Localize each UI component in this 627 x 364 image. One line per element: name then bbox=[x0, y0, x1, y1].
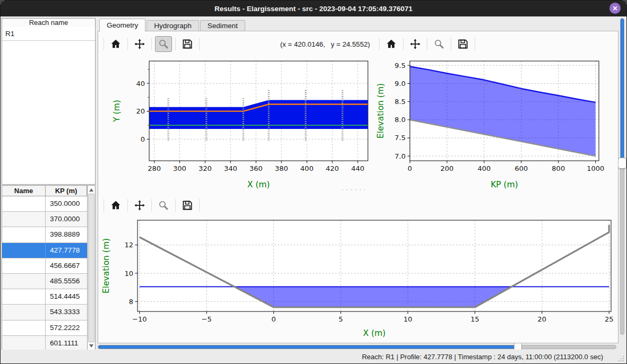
splitter-handle[interactable]: ······ bbox=[341, 185, 368, 193]
cell-kp[interactable]: 601.1111 bbox=[46, 336, 87, 350]
titlebar[interactable]: Results - Elargissement - src - 2023-09-… bbox=[1, 1, 626, 16]
close-button[interactable]: ✕ bbox=[609, 3, 621, 14]
zoom-icon bbox=[158, 200, 169, 211]
long-profile-panel: 020040060080010007.07.58.08.59.09.5KP (m… bbox=[376, 33, 616, 193]
svg-text:400: 400 bbox=[477, 164, 491, 172]
cell-kp[interactable]: 398.8889 bbox=[46, 227, 87, 242]
toolbar-separator bbox=[151, 199, 152, 212]
reach-list[interactable]: R1 bbox=[2, 27, 96, 185]
cell-name[interactable] bbox=[2, 227, 46, 242]
cell-name[interactable] bbox=[2, 212, 46, 227]
table-row[interactable]: 485.5556 bbox=[2, 274, 87, 289]
svg-text:KP (m): KP (m) bbox=[491, 180, 518, 189]
reach-item[interactable]: R1 bbox=[2, 27, 95, 41]
save-icon bbox=[182, 200, 193, 211]
cell-kp[interactable]: 572.2222 bbox=[46, 320, 87, 335]
table-row[interactable]: 572.2222 bbox=[2, 320, 87, 336]
save-button[interactable] bbox=[179, 36, 196, 52]
cell-kp[interactable]: 427.7778 bbox=[46, 243, 87, 258]
cell-kp[interactable]: 350.0000 bbox=[46, 196, 87, 211]
toolbar-separator bbox=[175, 38, 176, 50]
table-row[interactable]: 543.3333 bbox=[2, 305, 87, 320]
home-button[interactable] bbox=[383, 36, 400, 52]
zoom-button[interactable] bbox=[155, 197, 172, 213]
cell-kp[interactable]: 485.5556 bbox=[46, 274, 87, 289]
column-header-kp[interactable]: KP (m) bbox=[46, 186, 87, 196]
svg-text:Elevation (m): Elevation (m) bbox=[101, 238, 111, 293]
cell-name[interactable] bbox=[2, 289, 46, 304]
time-slider[interactable] bbox=[98, 345, 616, 349]
home-button[interactable] bbox=[107, 36, 124, 52]
svg-text:360: 360 bbox=[250, 164, 263, 172]
zoom-button[interactable] bbox=[431, 36, 448, 52]
cell-name[interactable] bbox=[2, 320, 46, 335]
pan-icon bbox=[409, 38, 421, 50]
save-button[interactable] bbox=[179, 197, 196, 213]
vertical-slider-handle[interactable] bbox=[618, 158, 626, 169]
svg-text:7.0: 7.0 bbox=[394, 152, 406, 160]
cross-section-panel: −10−5051015202581012X (m)Elevation (m) bbox=[100, 195, 617, 341]
reach-name-header: Reach name bbox=[2, 18, 96, 28]
column-header-name[interactable]: Name bbox=[2, 186, 46, 196]
svg-text:−10: −10 bbox=[132, 315, 147, 323]
cell-name[interactable] bbox=[2, 305, 46, 319]
plan-view-chart[interactable]: 28030032034036038040042044002040X (m)Y (… bbox=[100, 57, 372, 190]
cell-name[interactable] bbox=[2, 258, 46, 273]
save-button[interactable] bbox=[454, 36, 471, 52]
zoom-icon bbox=[433, 38, 445, 50]
home-icon bbox=[110, 200, 122, 211]
tab-geometry[interactable]: Geometry bbox=[99, 19, 145, 32]
cell-name[interactable] bbox=[2, 196, 46, 211]
svg-text:Y (m): Y (m) bbox=[112, 100, 122, 123]
cross-section-chart[interactable]: −10−5051015202581012X (m)Elevation (m) bbox=[100, 217, 616, 339]
cell-kp[interactable]: 370.0000 bbox=[46, 212, 87, 227]
profile-table-header: Name KP (m) bbox=[2, 186, 95, 196]
svg-text:800: 800 bbox=[552, 164, 565, 172]
cell-kp[interactable]: 514.4445 bbox=[46, 289, 87, 304]
time-slider-fill bbox=[98, 345, 518, 349]
zoom-icon bbox=[158, 38, 169, 50]
cell-kp[interactable]: 456.6667 bbox=[46, 258, 87, 273]
home-button[interactable] bbox=[107, 197, 124, 213]
svg-text:400: 400 bbox=[300, 164, 314, 172]
pan-button[interactable] bbox=[407, 36, 424, 52]
table-row[interactable]: 427.7778 bbox=[2, 243, 87, 258]
pan-icon bbox=[134, 200, 145, 211]
zoom-button[interactable] bbox=[155, 36, 172, 52]
svg-text:20: 20 bbox=[136, 107, 145, 115]
table-row[interactable]: 456.6667 bbox=[2, 258, 87, 274]
svg-text:5: 5 bbox=[339, 315, 343, 323]
table-row[interactable]: 514.4445 bbox=[2, 289, 87, 305]
toolbar-separator bbox=[403, 38, 403, 50]
long-profile-chart[interactable]: 020040060080010007.07.58.08.59.09.5KP (m… bbox=[376, 57, 605, 190]
cell-name[interactable] bbox=[2, 336, 46, 350]
scroll-down-icon[interactable] bbox=[89, 344, 93, 348]
toolbar-separator bbox=[151, 38, 152, 50]
scroll-up-icon[interactable] bbox=[89, 188, 93, 192]
save-icon bbox=[182, 38, 193, 50]
scrollbar-thumb[interactable] bbox=[88, 194, 95, 342]
cell-kp[interactable]: 543.3333 bbox=[46, 305, 87, 319]
table-row[interactable]: 370.0000 bbox=[2, 212, 87, 227]
tab-hydrograph[interactable]: Hydrograph bbox=[147, 20, 199, 31]
toolbar-separator bbox=[199, 38, 200, 50]
table-row[interactable]: 350.0000 bbox=[2, 196, 87, 212]
resize-grip[interactable] bbox=[617, 355, 624, 362]
home-icon bbox=[385, 38, 397, 50]
table-row[interactable]: 398.8889 bbox=[2, 227, 87, 242]
svg-text:15: 15 bbox=[470, 315, 479, 323]
vertical-slider[interactable] bbox=[620, 18, 624, 335]
toolbar-separator bbox=[475, 38, 475, 50]
tab-sediment[interactable]: Sediment bbox=[200, 20, 245, 31]
table-row[interactable]: 601.1111 bbox=[2, 336, 87, 350]
svg-text:0: 0 bbox=[408, 164, 412, 172]
status-bar: Reach: R1 | Profile: 427.7778 | Timestam… bbox=[1, 350, 626, 363]
svg-text:12: 12 bbox=[124, 241, 133, 249]
cell-name[interactable] bbox=[2, 243, 46, 258]
cell-name[interactable] bbox=[2, 274, 46, 289]
svg-text:300: 300 bbox=[173, 164, 186, 172]
pan-button[interactable] bbox=[131, 197, 148, 213]
pan-button[interactable] bbox=[131, 36, 148, 52]
toolbar-separator bbox=[451, 38, 451, 50]
table-scrollbar[interactable] bbox=[87, 186, 95, 350]
